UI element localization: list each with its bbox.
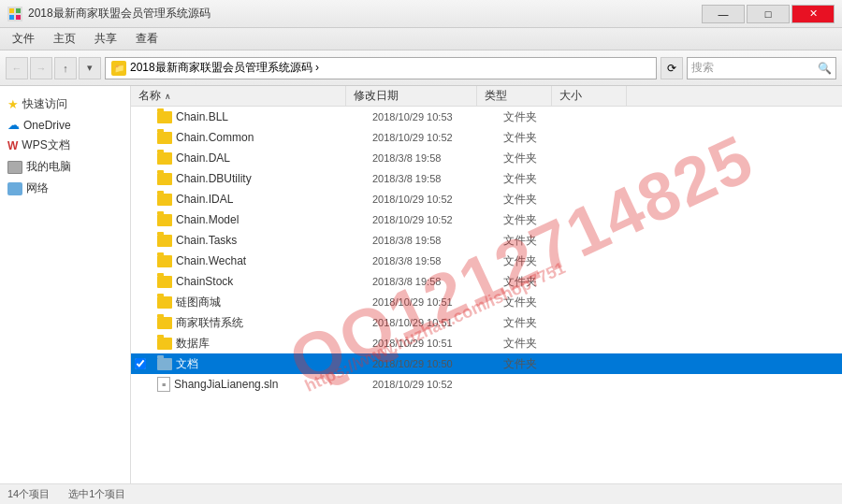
star-icon: ★	[7, 97, 19, 111]
file-type-cell: 文件夹	[496, 312, 571, 333]
recent-button[interactable]: ▾	[79, 57, 101, 79]
sidebar-label-wpsdocs: WPS文档	[22, 137, 69, 153]
file-type-cell: 文件夹	[496, 209, 571, 230]
table-row[interactable]: 文档2018/10/29 10:50文件夹	[131, 353, 842, 374]
address-text: 2018最新商家联盟会员管理系统源码 ›	[130, 60, 319, 76]
file-date-cell: 2018/10/29 10:51	[365, 333, 496, 353]
forward-button[interactable]: →	[30, 57, 52, 79]
svg-rect-1	[16, 8, 21, 13]
sidebar-item-wpsdocs[interactable]: W WPS文档	[0, 135, 130, 156]
file-type-cell: 文件夹	[496, 230, 571, 251]
file-list: Chain.BLL2018/10/29 10:53文件夹Chain.Common…	[131, 107, 842, 483]
refresh-button[interactable]: ⟳	[661, 57, 683, 79]
folder-icon	[157, 296, 172, 309]
window-controls: — □ ✕	[702, 5, 835, 23]
file-name-text: 数据库	[176, 336, 210, 352]
folder-icon	[157, 132, 172, 144]
row-checkbox[interactable]	[135, 358, 146, 369]
file-name-cell: Chain.Common	[150, 127, 365, 148]
file-size-cell	[571, 353, 646, 374]
file-date-cell: 2018/10/29 10:50	[365, 353, 496, 374]
file-size-cell	[571, 333, 646, 353]
file-date-cell: 2018/10/29 10:52	[365, 209, 496, 230]
table-row[interactable]: Chain.IDAL2018/10/29 10:52文件夹	[131, 189, 842, 209]
sidebar-item-onedrive[interactable]: ☁ OneDrive	[0, 115, 130, 135]
col-header-name[interactable]: 名称 ∧	[131, 86, 346, 106]
sidebar-label-onedrive: OneDrive	[23, 119, 71, 132]
menu-home[interactable]: 主页	[45, 28, 84, 50]
file-name-cell: 数据库	[150, 333, 365, 353]
file-name-text: Chain.DAL	[176, 151, 230, 165]
address-bar[interactable]: 📁 2018最新商家联盟会员管理系统源码 ›	[105, 57, 657, 79]
file-size-cell	[571, 292, 646, 312]
toolbar: ← → ↑ ▾ 📁 2018最新商家联盟会员管理系统源码 › ⟳ 搜索 🔍	[0, 50, 842, 86]
file-date-cell: 2018/10/29 10:52	[365, 189, 496, 209]
cloud-icon: ☁	[7, 118, 20, 132]
sidebar-label-quickaccess: 快速访问	[22, 96, 67, 112]
file-size-cell	[571, 312, 646, 333]
file-name-text: Chain.IDAL	[176, 193, 233, 206]
status-bar: 14个项目 选中1个项目	[0, 483, 842, 504]
menu-file[interactable]: 文件	[4, 28, 43, 50]
sidebar-item-quickaccess[interactable]: ★ 快速访问	[0, 94, 130, 115]
table-row[interactable]: Chain.DBUtility2018/3/8 19:58文件夹	[131, 168, 842, 189]
file-type-cell: 文件夹	[496, 127, 571, 148]
file-type-cell	[496, 374, 571, 395]
file-size-cell	[571, 251, 646, 271]
file-type-cell: 文件夹	[496, 271, 571, 292]
menu-share[interactable]: 共享	[86, 28, 125, 50]
close-button[interactable]: ✕	[791, 5, 835, 23]
col-header-date[interactable]: 修改日期	[346, 86, 477, 106]
row-checkbox-area	[131, 358, 150, 369]
up-button[interactable]: ↑	[54, 57, 77, 79]
table-row[interactable]: ChainStock2018/3/8 19:58文件夹	[131, 271, 842, 292]
search-icon: 🔍	[818, 62, 832, 75]
file-name-cell: Chain.DAL	[150, 148, 365, 168]
sidebar-label-network: 网络	[26, 180, 49, 196]
folder-icon	[157, 358, 172, 370]
file-type-cell: 文件夹	[496, 292, 571, 312]
file-name-text: Chain.Wechat	[176, 254, 246, 267]
table-row[interactable]: 商家联情系统2018/10/29 10:51文件夹	[131, 312, 842, 333]
table-row[interactable]: 链图商城2018/10/29 10:51文件夹	[131, 292, 842, 312]
search-box[interactable]: 搜索 🔍	[687, 57, 836, 79]
table-row[interactable]: Chain.Wechat2018/3/8 19:58文件夹	[131, 251, 842, 271]
file-size-cell	[571, 107, 646, 127]
folder-icon	[157, 235, 172, 247]
sidebar-item-mypc[interactable]: 我的电脑	[0, 156, 130, 178]
maximize-button[interactable]: □	[747, 5, 790, 23]
file-size-cell	[571, 127, 646, 148]
file-name-cell: Chain.BLL	[150, 107, 365, 127]
file-date-cell: 2018/10/29 10:53	[365, 107, 496, 127]
file-type-cell: 文件夹	[496, 251, 571, 271]
file-date-cell: 2018/3/8 19:58	[365, 230, 496, 251]
file-type-cell: 文件夹	[496, 148, 571, 168]
minimize-button[interactable]: —	[702, 5, 745, 23]
back-button[interactable]: ←	[6, 57, 28, 79]
table-row[interactable]: 数据库2018/10/29 10:51文件夹	[131, 333, 842, 353]
network-icon	[7, 182, 22, 195]
file-name-cell: Chain.Tasks	[150, 230, 365, 251]
col-header-size[interactable]: 大小	[552, 86, 627, 106]
table-row[interactable]: Chain.Common2018/10/29 10:52文件夹	[131, 127, 842, 148]
table-row[interactable]: Chain.Tasks2018/3/8 19:58文件夹	[131, 230, 842, 251]
table-row[interactable]: Chain.Model2018/10/29 10:52文件夹	[131, 209, 842, 230]
file-date-cell: 2018/3/8 19:58	[365, 271, 496, 292]
folder-icon	[157, 317, 172, 329]
file-name-text: 商家联情系统	[176, 315, 243, 331]
file-name-text: Chain.DBUtility	[176, 172, 252, 185]
menu-view[interactable]: 查看	[127, 28, 167, 50]
folder-icon	[157, 214, 172, 226]
file-name-cell: ChainStock	[150, 271, 365, 292]
folder-icon	[157, 194, 172, 206]
table-row[interactable]: ≡ShangJiaLianeng.sln2018/10/29 10:52	[131, 374, 842, 395]
file-size-cell	[571, 230, 646, 251]
col-header-type[interactable]: 类型	[477, 86, 552, 106]
table-row[interactable]: Chain.BLL2018/10/29 10:53文件夹	[131, 107, 842, 127]
file-size-cell	[571, 374, 646, 395]
table-row[interactable]: Chain.DAL2018/3/8 19:58文件夹	[131, 148, 842, 168]
sidebar-item-network[interactable]: 网络	[0, 178, 130, 199]
file-name-text: Chain.BLL	[176, 110, 228, 123]
file-date-cell: 2018/3/8 19:58	[365, 148, 496, 168]
menu-bar: 文件 主页 共享 查看	[0, 28, 842, 50]
